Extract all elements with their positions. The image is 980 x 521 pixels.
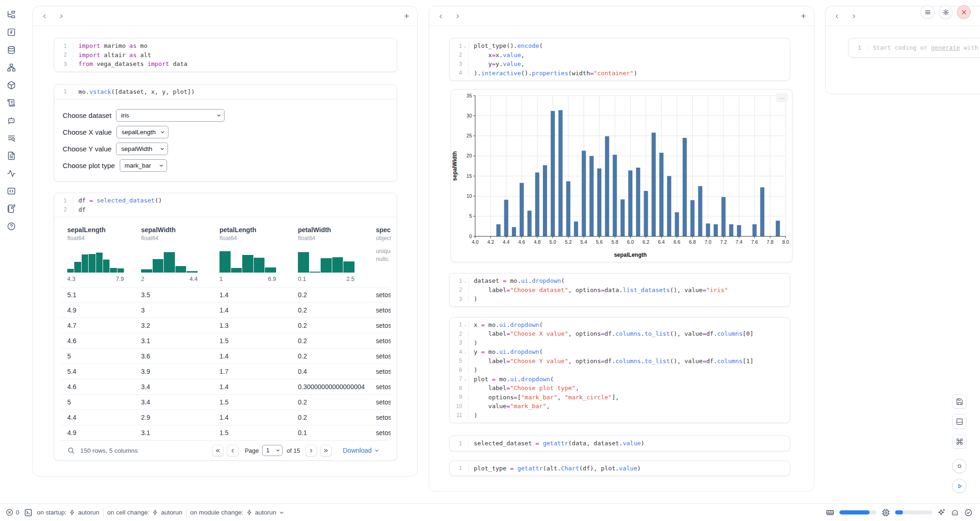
code-editor[interactable]: 1import marimo as mo2import altair as al…: [54, 39, 397, 72]
table-row[interactable]: 53.61.40.2setosa: [61, 348, 391, 364]
choose-y-value-select[interactable]: sepalWidth: [116, 143, 168, 155]
save-button[interactable]: [952, 394, 967, 409]
svg-text:4.0: 4.0: [472, 239, 479, 245]
choose-dataset-select[interactable]: iris: [116, 109, 225, 122]
column-back-button[interactable]: [831, 10, 843, 22]
code-editor[interactable]: 1⌄plot_type().encode(2 x=x.value,3 y=y.v…: [450, 39, 790, 80]
table-row[interactable]: 5.13.51.40.2setosa: [61, 287, 391, 302]
column-name[interactable]: species: [376, 226, 391, 234]
settings-button[interactable]: [939, 5, 953, 19]
code-editor[interactable]: 1selected_dataset = getattr(data, datase…: [450, 436, 790, 451]
code-editor[interactable]: 1⌄x = mo.ui.dropdown(2 label="Choose X v…: [450, 318, 790, 423]
fold-chevron-icon[interactable]: ⌄: [462, 44, 468, 48]
chat-bot-icon[interactable]: [6, 115, 17, 126]
column-name[interactable]: sepalWidth: [141, 226, 213, 234]
list-search-icon[interactable]: [6, 132, 17, 143]
code-editor[interactable]: 1mo.vstack([dataset, x, y, plot]): [54, 85, 397, 99]
menu-button[interactable]: [921, 5, 935, 19]
column-forward-button[interactable]: [848, 10, 860, 22]
code-line: 2 label="Choose X value", options=df.col…: [450, 329, 790, 339]
code-text: ): [468, 412, 790, 419]
svg-text:5.6: 5.6: [596, 239, 603, 245]
activity-icon[interactable]: [6, 168, 17, 179]
bar-chart-svg[interactable]: 4.04.24.44.64.85.05.25.45.65.86.06.26.46…: [451, 90, 793, 263]
code-line: 1⌄plot_type().encode(: [450, 41, 790, 51]
ai-sparkles-icon[interactable]: [937, 508, 946, 517]
connection-status-icon[interactable]: [964, 508, 973, 517]
dropdown-row: Choose datasetiris: [63, 107, 397, 124]
generate-link[interactable]: generate: [931, 44, 960, 51]
column-histogram[interactable]: [141, 248, 198, 273]
help-icon[interactable]: [6, 221, 17, 232]
column-name[interactable]: petalWidth: [298, 226, 370, 234]
table-row[interactable]: 4.63.41.40.30000000000000004setosa: [61, 379, 391, 394]
next-page-button[interactable]: [305, 445, 317, 456]
dropdown-label: Choose X value: [63, 128, 112, 136]
fold-chevron-icon[interactable]: ⌄: [462, 350, 468, 354]
autorun-setting[interactable]: on cell change:autorun: [107, 509, 182, 516]
code-editor[interactable]: 1⌄dataset = mo.ui.dropdown(2 label="Choo…: [450, 274, 790, 306]
table-row[interactable]: 4.931.40.2setosa: [61, 302, 391, 318]
add-cell-button[interactable]: [400, 10, 413, 22]
add-cell-button[interactable]: [797, 10, 809, 22]
choose-plot-type-select[interactable]: mark_bar: [120, 159, 167, 172]
column-stats: uniquenulls:: [376, 247, 391, 263]
table-row[interactable]: 5.43.91.70.4setosa: [61, 364, 391, 379]
chart-options-button[interactable]: ⋯: [776, 93, 788, 103]
cpu-icon[interactable]: [882, 508, 890, 517]
download-button[interactable]: Download: [340, 446, 382, 455]
fold-chevron-icon[interactable]: ⌄: [462, 377, 468, 381]
column-histogram[interactable]: [219, 248, 276, 273]
page-number-select[interactable]: 1: [262, 445, 283, 456]
code-editor[interactable]: 1df = selected_dataset()2df: [54, 193, 397, 217]
table-cell: 0.2: [292, 352, 370, 360]
middle-panel-header: [429, 7, 814, 26]
package-icon[interactable]: [6, 79, 17, 91]
run-button[interactable]: [952, 479, 967, 493]
stop-button[interactable]: [952, 459, 967, 473]
scratchpad-cell[interactable]: 1 Start coding or generate with: [848, 38, 980, 58]
table-row[interactable]: 4.42.91.40.2setosa: [61, 410, 391, 425]
file-tree-icon[interactable]: [6, 9, 17, 20]
function-square-icon[interactable]: [6, 26, 17, 38]
column-name[interactable]: sepalLength: [67, 226, 135, 234]
notebook-edit-icon[interactable]: [6, 203, 17, 214]
layout-toggle-button[interactable]: [952, 414, 967, 429]
database-icon[interactable]: [6, 44, 17, 55]
table-row[interactable]: 4.93.11.50.1setosa: [61, 425, 391, 440]
table-cell: setosa: [370, 306, 391, 314]
close-button[interactable]: [957, 5, 971, 19]
memory-icon[interactable]: [826, 508, 834, 517]
column-histogram[interactable]: [298, 248, 355, 273]
table-cell: 3.6: [135, 352, 213, 360]
column-back-button[interactable]: [39, 10, 51, 22]
document-icon[interactable]: [6, 150, 17, 161]
code-editor[interactable]: 1plot_type = getattr(alt.Chart(df), plot…: [450, 461, 790, 476]
autorun-setting[interactable]: on startup:autorun: [37, 509, 100, 516]
first-page-button[interactable]: [212, 445, 224, 456]
column-back-button[interactable]: [435, 10, 447, 22]
code-line: 1df = selected_dataset(): [54, 196, 397, 205]
fold-chevron-icon[interactable]: ⌄: [462, 279, 468, 283]
column-forward-button[interactable]: [55, 10, 67, 22]
autorun-setting[interactable]: on module change:autorun: [190, 509, 285, 516]
code-snippet-icon[interactable]: [6, 185, 17, 196]
keyboard-shortcuts-button[interactable]: [952, 434, 967, 449]
last-page-button[interactable]: [320, 445, 332, 456]
previous-page-button[interactable]: [227, 445, 239, 456]
terminal-button[interactable]: [24, 508, 32, 517]
network-icon[interactable]: [6, 62, 17, 73]
scroll-icon[interactable]: [6, 97, 17, 108]
column-histogram[interactable]: [67, 248, 124, 273]
column-forward-button[interactable]: [451, 10, 464, 22]
fold-chevron-icon[interactable]: ⌄: [462, 322, 468, 327]
table-cell: 4.4: [61, 414, 135, 421]
choose-x-value-select[interactable]: sepalLength: [116, 126, 168, 138]
column-name[interactable]: petalLength: [219, 226, 292, 234]
copilot-icon[interactable]: [951, 508, 959, 517]
errors-badge[interactable]: 0: [6, 508, 19, 516]
table-row[interactable]: 4.63.11.50.2setosa: [61, 333, 391, 348]
search-icon[interactable]: [67, 447, 75, 454]
table-row[interactable]: 4.73.21.30.2setosa: [61, 318, 391, 333]
table-row[interactable]: 53.41.50.2setosa: [61, 394, 391, 410]
